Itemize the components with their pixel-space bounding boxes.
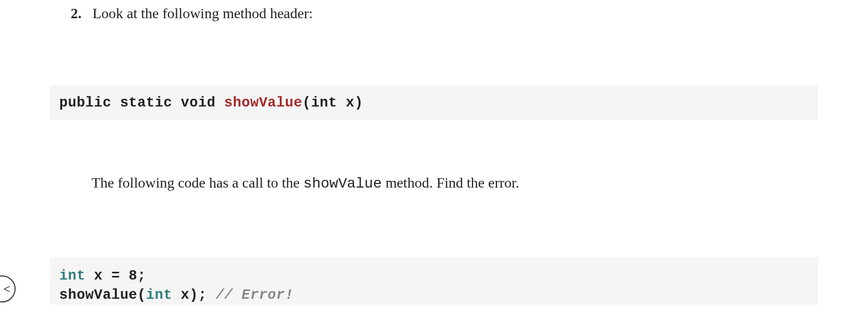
code-params: (int x)	[303, 95, 363, 111]
body-paragraph: The following code has a call to the sho…	[91, 172, 818, 195]
question-number: 2.	[71, 5, 82, 21]
code-keyword-int-2: int	[146, 287, 172, 303]
code-block-call: int x = 8; showValue(int x); // Error!	[50, 257, 818, 304]
code-modifiers: public static void	[59, 95, 224, 111]
chevron-left-icon: <	[3, 282, 10, 296]
paragraph-part1: The following code has a call to the	[91, 175, 303, 191]
code-block-method-header: public static void showValue(int x)	[50, 86, 818, 120]
question-header: 2. Look at the following method header:	[71, 3, 818, 23]
paragraph-part2: method. Find the error.	[382, 175, 519, 191]
spacer	[85, 5, 93, 21]
code-line2-call: showValue(	[59, 287, 146, 303]
code-line1-rest: x = 8;	[85, 268, 146, 284]
code-comment: // Error!	[216, 287, 294, 303]
code-line2-rest: x);	[172, 287, 216, 303]
code-method-name: showValue	[224, 95, 302, 111]
inline-code-method: showValue	[303, 176, 382, 192]
document-content: 2. Look at the following method header: …	[0, 0, 868, 304]
question-prompt: Look at the following method header:	[93, 5, 313, 21]
code-keyword-int-1: int	[59, 268, 85, 284]
